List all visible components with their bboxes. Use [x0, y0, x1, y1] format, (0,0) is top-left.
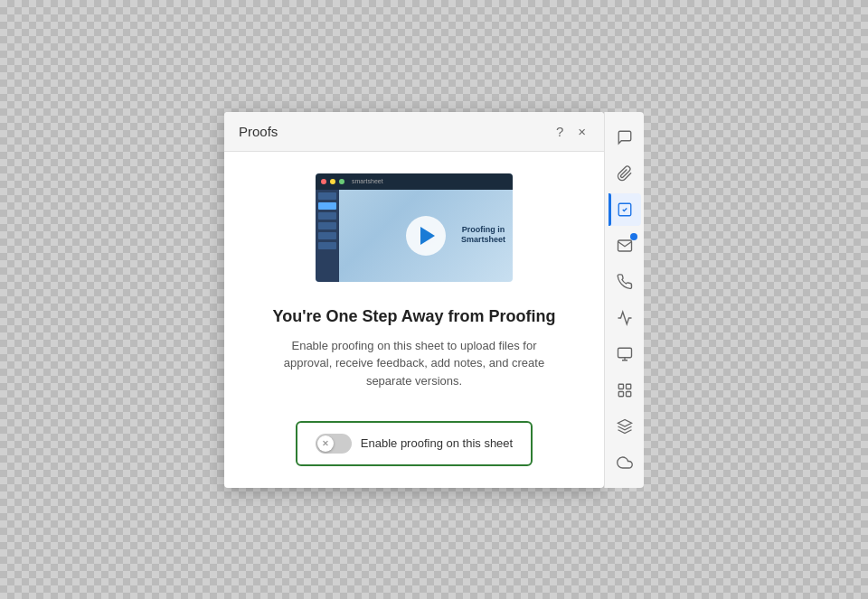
header-actions: ? × [552, 122, 590, 141]
attach-icon [617, 165, 633, 182]
app-window: Proofs ? × smartsheet [224, 112, 644, 488]
apps-icon [617, 382, 633, 398]
video-label-line2: Smartsheet [461, 236, 505, 245]
toggle-x-icon: ✕ [322, 439, 329, 448]
comment-icon [617, 129, 633, 145]
video-label-line1: Proofing in [462, 225, 505, 234]
video-dot-1 [321, 179, 326, 184]
sidebar-forms-button[interactable] [609, 338, 641, 370]
sidebar-activity-button[interactable] [609, 302, 641, 334]
sidebar-apps-button[interactable] [609, 374, 641, 407]
sidebar-row-1 [318, 192, 336, 200]
sidebar-contact-button[interactable] [609, 266, 641, 298]
help-button[interactable]: ? [552, 122, 567, 141]
right-sidebar [604, 112, 644, 488]
video-dot-2 [330, 179, 335, 184]
play-button[interactable] [406, 216, 446, 256]
forms-icon [617, 346, 633, 362]
content-heading: You're One Step Away from Proofing [273, 307, 556, 326]
video-main-area: Proofing in Smartsheet [339, 190, 513, 282]
enable-proofing-toggle[interactable]: ✕ [316, 434, 352, 454]
email-icon [617, 238, 633, 254]
video-sidebar-panel [316, 190, 339, 282]
sidebar-bridge-button[interactable] [609, 410, 641, 443]
panel-footer: ✕ Enable proofing on this sheet [224, 407, 604, 488]
video-brand: smartsheet [352, 178, 383, 184]
toggle-thumb: ✕ [317, 435, 334, 452]
sidebar-row-6 [318, 242, 336, 249]
sidebar-row-5 [318, 232, 336, 239]
svg-rect-3 [626, 384, 630, 388]
sidebar-attach-button[interactable] [609, 157, 641, 190]
proof-icon [617, 201, 633, 218]
svg-rect-1 [618, 348, 631, 358]
panel-title: Proofs [239, 124, 278, 139]
svg-rect-5 [626, 391, 630, 396]
enable-proofing-label: Enable proofing on this sheet [361, 436, 513, 450]
sidebar-row-2 [318, 202, 336, 210]
toggle-track: ✕ [316, 434, 352, 454]
video-thumbnail[interactable]: smartsheet Proofing in Smart [316, 173, 513, 282]
video-dot-3 [339, 179, 344, 184]
sidebar-row-4 [318, 222, 336, 229]
video-label: Proofing in Smartsheet [461, 225, 505, 246]
activity-icon [617, 310, 633, 326]
panel-header: Proofs ? × [224, 112, 604, 152]
svg-rect-4 [618, 391, 623, 396]
sidebar-comment-button[interactable] [609, 121, 641, 154]
sidebar-proofs-button[interactable] [609, 193, 641, 226]
email-badge [630, 233, 637, 240]
active-indicator [609, 193, 611, 226]
video-titlebar: smartsheet [316, 173, 513, 190]
play-triangle-icon [420, 227, 435, 245]
panel-content: smartsheet Proofing in Smart [224, 152, 604, 407]
proofs-panel: Proofs ? × smartsheet [224, 112, 604, 488]
contact-icon [617, 274, 633, 290]
sidebar-row-3 [318, 212, 336, 220]
close-button[interactable]: × [574, 122, 590, 141]
content-description: Enable proofing on this sheet to upload … [283, 337, 545, 390]
sidebar-cloud-button[interactable] [609, 446, 641, 479]
enable-proofing-box: ✕ Enable proofing on this sheet [296, 421, 533, 466]
bridge-icon [617, 418, 633, 435]
sidebar-email-button[interactable] [609, 229, 641, 262]
svg-rect-2 [618, 384, 623, 388]
cloud-icon [617, 454, 633, 471]
